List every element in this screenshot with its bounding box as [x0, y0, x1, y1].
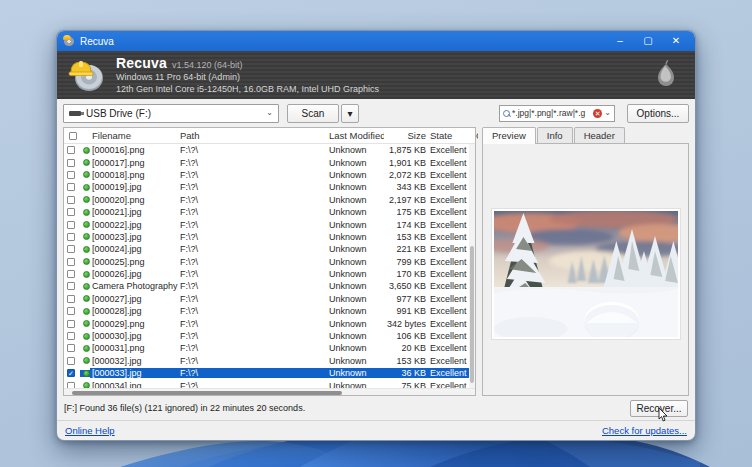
row-checkbox[interactable] — [67, 159, 75, 167]
footer: Online Help Check for updates... — [57, 420, 695, 440]
file-size: 221 KB — [384, 244, 428, 254]
row-checkbox[interactable] — [67, 146, 75, 154]
tab-header[interactable]: Header — [574, 127, 625, 144]
row-checkbox[interactable] — [67, 171, 75, 179]
row-checkbox[interactable] — [67, 221, 75, 229]
filter-input[interactable]: *.jpg|*.png|*.raw|*.g ✕ ⌄ — [499, 105, 615, 122]
file-name: [000025].png — [90, 257, 178, 267]
select-all-checkbox[interactable] — [69, 132, 77, 140]
row-checkbox[interactable] — [67, 196, 75, 204]
row-checkbox[interactable] — [67, 258, 75, 266]
table-row[interactable]: [000029].pngF:\?\Unknown342 bytesExcelle… — [64, 317, 475, 329]
file-name: [000033].jpg — [90, 368, 178, 378]
vertical-scrollbar-thumb[interactable] — [470, 246, 474, 383]
app-name: Recuva — [116, 55, 167, 71]
table-row[interactable]: [000017].pngF:\?\Unknown1,901 KBExcellen… — [64, 156, 475, 168]
row-checkbox[interactable] — [67, 233, 75, 241]
state-excellent-icon — [83, 283, 90, 290]
recuva-logo-icon — [67, 56, 107, 94]
column-header-filename[interactable]: Filename — [90, 130, 178, 141]
table-row[interactable]: [000020].pngF:\?\Unknown2,197 KBExcellen… — [64, 194, 475, 206]
file-name: Camera Photography De... — [90, 281, 178, 291]
maximize-button[interactable]: ▢ — [641, 36, 655, 46]
table-row[interactable]: [000016].pngF:\?\Unknown1,875 KBExcellen… — [64, 144, 475, 156]
horizontal-scrollbar[interactable] — [64, 388, 475, 395]
file-path: F:\?\ — [178, 319, 327, 329]
file-path: F:\?\ — [178, 158, 327, 168]
state-excellent-icon — [83, 308, 90, 315]
row-checkbox[interactable] — [67, 208, 75, 216]
filter-value: *.jpg|*.png|*.raw|*.g — [512, 108, 591, 118]
file-path: F:\?\ — [178, 170, 327, 180]
table-row[interactable]: [000033].jpgF:\?\Unknown36 KBExcellentN.… — [64, 367, 475, 379]
row-checkbox[interactable] — [67, 282, 75, 290]
state-excellent-icon — [83, 184, 90, 191]
close-button[interactable]: ✕ — [669, 36, 683, 46]
file-state: Excellent — [428, 158, 474, 168]
tab-preview[interactable]: Preview — [482, 127, 536, 144]
horizontal-scrollbar-thumb[interactable] — [72, 391, 342, 395]
table-row[interactable]: [000027].jpgF:\?\Unknown977 KBExcellentN… — [64, 293, 475, 305]
clear-filter-icon[interactable]: ✕ — [593, 109, 602, 118]
drive-select-dropdown[interactable]: USB Drive (F:) ⌄ — [63, 104, 279, 123]
preview-panel: Preview Info Header — [482, 127, 689, 396]
row-checkbox[interactable] — [67, 357, 75, 365]
file-state: Excellent — [428, 281, 474, 291]
table-row[interactable]: [000019].jpgF:\?\Unknown343 KBExcellentN… — [64, 181, 475, 193]
table-row[interactable]: [000032].jpgF:\?\Unknown153 KBExcellentN… — [64, 355, 475, 367]
file-size: 106 KB — [384, 331, 428, 341]
column-header-size[interactable]: Size — [384, 130, 428, 141]
table-row[interactable]: [000021].jpgF:\?\Unknown175 KBExcellentN… — [64, 206, 475, 218]
scan-button[interactable]: Scan — [287, 104, 339, 123]
row-checkbox[interactable] — [67, 332, 75, 340]
row-checkbox[interactable] — [67, 320, 75, 328]
table-row[interactable]: [000022].jpgF:\?\Unknown174 KBExcellentN… — [64, 218, 475, 230]
tab-info[interactable]: Info — [537, 127, 573, 144]
row-checkbox[interactable] — [67, 344, 75, 352]
table-row[interactable]: [000034].jpgF:\?\Unknown75 KBExcellentN.… — [64, 379, 475, 388]
table-row[interactable]: [000031].pngF:\?\Unknown20 KBExcellentN.… — [64, 342, 475, 354]
state-excellent-icon — [83, 246, 90, 253]
table-row[interactable]: [000030].jpgF:\?\Unknown106 KBExcellentN… — [64, 330, 475, 342]
row-checkbox[interactable] — [67, 307, 75, 315]
column-header-co[interactable]: Co — [474, 130, 478, 141]
options-button[interactable]: Options... — [627, 104, 689, 123]
row-checkbox[interactable] — [67, 270, 75, 278]
file-size: 799 KB — [384, 257, 428, 267]
table-row[interactable]: [000025].pngF:\?\Unknown799 KBExcellentN… — [64, 256, 475, 268]
table-row[interactable]: [000028].jpgF:\?\Unknown991 KBExcellentN… — [64, 305, 475, 317]
search-icon — [503, 110, 510, 117]
column-header-state[interactable]: State — [428, 130, 474, 141]
table-row[interactable]: [000023].jpgF:\?\Unknown153 KBExcellentN… — [64, 231, 475, 243]
row-checkbox[interactable] — [67, 183, 75, 191]
file-path: F:\?\ — [178, 195, 327, 205]
state-excellent-icon — [83, 147, 90, 154]
vertical-scrollbar[interactable] — [469, 144, 475, 388]
drive-icon — [69, 111, 81, 116]
row-checkbox[interactable] — [67, 245, 75, 253]
column-header-path[interactable]: Path — [178, 130, 327, 141]
file-name: [000028].jpg — [90, 306, 178, 316]
file-state: Excellent — [428, 269, 474, 279]
file-name: [000021].jpg — [90, 207, 178, 217]
file-state: Excellent — [428, 232, 474, 242]
file-state: Excellent — [428, 343, 474, 353]
file-name: [000034].jpg — [90, 381, 178, 388]
table-row[interactable]: [000018].pngF:\?\Unknown2,072 KBExcellen… — [64, 169, 475, 181]
last-modified: Unknown — [327, 244, 384, 254]
online-help-link[interactable]: Online Help — [65, 425, 115, 436]
table-row[interactable]: Camera Photography De...F:\?\Unknown3,65… — [64, 280, 475, 292]
table-row[interactable]: [000024].jpgF:\?\Unknown221 KBExcellentN… — [64, 243, 475, 255]
titlebar[interactable]: Recuva – ▢ ✕ — [57, 31, 695, 51]
scan-dropdown-button[interactable]: ▾ — [341, 104, 359, 123]
state-excellent-icon — [83, 320, 90, 327]
recover-button[interactable]: Recover... — [630, 400, 688, 417]
column-header-last-modified[interactable]: Last Modified — [327, 130, 384, 141]
last-modified: Unknown — [327, 207, 384, 217]
row-checkbox[interactable] — [67, 295, 75, 303]
row-checkbox[interactable] — [67, 369, 75, 377]
table-row[interactable]: [000026].jpgF:\?\Unknown170 KBExcellentN… — [64, 268, 475, 280]
check-updates-link[interactable]: Check for updates... — [602, 425, 687, 436]
recuva-app-icon — [63, 35, 75, 47]
minimize-button[interactable]: – — [613, 36, 627, 46]
